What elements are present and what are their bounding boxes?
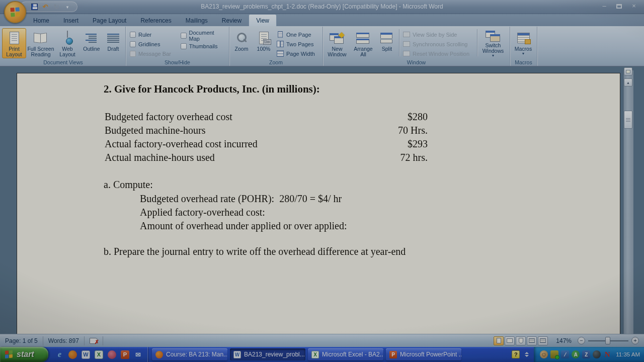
start-button[interactable]: start: [0, 347, 48, 362]
group-divider: [399, 29, 399, 56]
system-tray: ☺ ⁄ A Z N 11:35 AM: [534, 347, 644, 362]
view-shortcut-print-layout[interactable]: [494, 336, 504, 345]
outlook-express-icon[interactable]: ✉: [134, 350, 142, 359]
arrange-all-button[interactable]: Arrange All: [350, 28, 376, 58]
one-page-button[interactable]: One Page: [277, 30, 315, 39]
web-layout-button[interactable]: Web Layout: [55, 28, 79, 58]
scrollbar-thumb[interactable]: [624, 111, 632, 129]
checkbox-ruler[interactable]: Ruler: [130, 30, 176, 40]
draft-button[interactable]: Draft: [104, 28, 123, 58]
new-window-button[interactable]: New Window: [324, 28, 350, 58]
switch-windows-button[interactable]: Switch Windows ▾: [479, 28, 507, 58]
reset-window-position-icon: [403, 51, 410, 56]
tab-insert[interactable]: Insert: [56, 14, 86, 26]
antivirus-shield-icon[interactable]: [550, 350, 558, 358]
word-count[interactable]: Words: 897: [43, 336, 85, 345]
split-icon: [379, 30, 394, 46]
task-powerpoint[interactable]: P Microsoft PowerPoint ...: [386, 348, 461, 360]
outline-button[interactable]: Outline: [79, 28, 104, 58]
tab-references[interactable]: References: [133, 14, 178, 26]
doc-part-b: b. Prepare the journal entry to write of…: [104, 245, 406, 258]
checkbox-icon: [181, 33, 187, 39]
vertical-scrollbar[interactable]: [623, 70, 633, 334]
tab-review[interactable]: Review: [215, 14, 249, 26]
hidden-icons-chevron[interactable]: [525, 352, 529, 357]
tab-view[interactable]: View: [249, 14, 277, 26]
help-icon[interactable]: ?: [512, 350, 520, 358]
view-side-by-side-button: View Side by Side: [403, 30, 474, 39]
web-layout-icon: [62, 30, 73, 46]
print-layout-icon: [10, 30, 19, 46]
status-bar: Page: 1 of 5 Words: 897 ✗ 147% − +: [0, 334, 644, 347]
minimize-button[interactable]: –: [599, 3, 609, 10]
doc-row: Actual machine-hours used 72 hrs.: [105, 151, 428, 164]
zoom-slider-thumb[interactable]: [605, 337, 610, 344]
save-icon: [31, 4, 38, 10]
task-word-document[interactable]: W BA213_review_probl...: [230, 348, 305, 360]
group-label-macros: Macros: [510, 59, 537, 65]
checkbox-document-map[interactable]: Document Map: [181, 30, 226, 41]
view-shortcut-web-layout[interactable]: [516, 336, 526, 345]
page-indicator[interactable]: Page: 1 of 5: [0, 336, 43, 345]
view-shortcut-draft[interactable]: [538, 336, 548, 345]
tab-mailings[interactable]: Mailings: [179, 14, 215, 26]
magnifier-icon: [236, 30, 247, 46]
redo-icon: ↻: [54, 3, 59, 11]
page-width-button[interactable]: Page Width: [277, 49, 315, 58]
save-button[interactable]: [30, 3, 39, 11]
two-pages-button[interactable]: Two Pages: [277, 39, 315, 49]
group-label-window: Window: [323, 59, 510, 65]
close-button[interactable]: ×: [629, 3, 639, 10]
view-shortcut-full-screen[interactable]: [505, 336, 515, 345]
split-button[interactable]: Split: [376, 28, 397, 58]
checkbox-thumbnails[interactable]: Thumbnails: [181, 41, 226, 51]
restore-button[interactable]: [616, 4, 622, 9]
taskbar-clock[interactable]: 11:35 AM: [616, 351, 640, 357]
zoom-100-button[interactable]: 100 100%: [253, 28, 275, 58]
scroll-up-button[interactable]: ▲: [624, 78, 632, 86]
view-shortcut-outline[interactable]: [527, 336, 537, 345]
print-layout-button[interactable]: Print Layout: [2, 28, 26, 58]
window-title: BA213_review_problems_chpt_1-2.doc (Read…: [60, 3, 584, 10]
redo-button[interactable]: ↻: [52, 3, 61, 11]
task-firefox-course[interactable]: Course: BA 213: Man...: [152, 348, 227, 360]
word-icon[interactable]: W: [82, 350, 90, 359]
ribbon-tab-strip: Home Insert Page Layout References Maili…: [0, 14, 644, 26]
tab-page-layout[interactable]: Page Layout: [86, 14, 133, 26]
task-excel[interactable]: X Microsoft Excel - BA2...: [308, 348, 383, 360]
group-show-hide: Ruler Gridlines Message Bar Document Map: [126, 27, 229, 66]
internet-explorer-icon[interactable]: e: [55, 350, 64, 359]
tools-icon[interactable]: ⁄: [561, 350, 569, 358]
draft-icon: [107, 30, 119, 46]
red-n-icon[interactable]: N: [603, 350, 611, 358]
title-bar[interactable]: ↶ ↻ ▾ BA213_review_problems_chpt_1-2.doc…: [0, 0, 644, 14]
full-screen-reading-button[interactable]: Full Screen Reading: [26, 28, 55, 58]
zoom-out-button[interactable]: −: [578, 337, 585, 344]
new-window-icon: [330, 30, 345, 46]
undo-button[interactable]: ↶: [41, 3, 50, 11]
green-a-icon[interactable]: A: [572, 350, 580, 358]
word-application-window: ↶ ↻ ▾ BA213_review_problems_chpt_1-2.doc…: [0, 0, 644, 362]
checkbox-gridlines[interactable]: Gridlines: [130, 40, 176, 49]
dropdown-arrow-icon: ▾: [492, 54, 494, 58]
group-label-zoom: Zoom: [229, 59, 323, 65]
dark-globe-icon[interactable]: [593, 350, 601, 358]
zoom-level[interactable]: 147%: [556, 337, 572, 344]
office-button[interactable]: [4, 1, 26, 23]
tab-home[interactable]: Home: [26, 14, 56, 26]
checkbox-icon: [130, 51, 136, 57]
zoom-slider[interactable]: [588, 337, 628, 344]
powerpoint-icon[interactable]: P: [121, 350, 129, 359]
proofing-status[interactable]: ✗: [85, 336, 103, 345]
zoom-in-button[interactable]: +: [631, 337, 639, 344]
ruler-toggle-button[interactable]: [624, 67, 632, 75]
excel-icon[interactable]: X: [95, 350, 103, 359]
zoom-button[interactable]: Zoom: [230, 28, 253, 58]
office-logo-icon: [10, 7, 20, 17]
macros-button[interactable]: Macros ▾: [511, 28, 535, 58]
document-page[interactable]: 2. Give for Hancock Products, Inc. (in m…: [17, 73, 620, 334]
firefox-icon[interactable]: [68, 350, 77, 359]
messenger-smiley-icon[interactable]: ☺: [540, 350, 548, 358]
z-app-icon[interactable]: Z: [582, 350, 590, 358]
key-icon[interactable]: [108, 350, 116, 359]
